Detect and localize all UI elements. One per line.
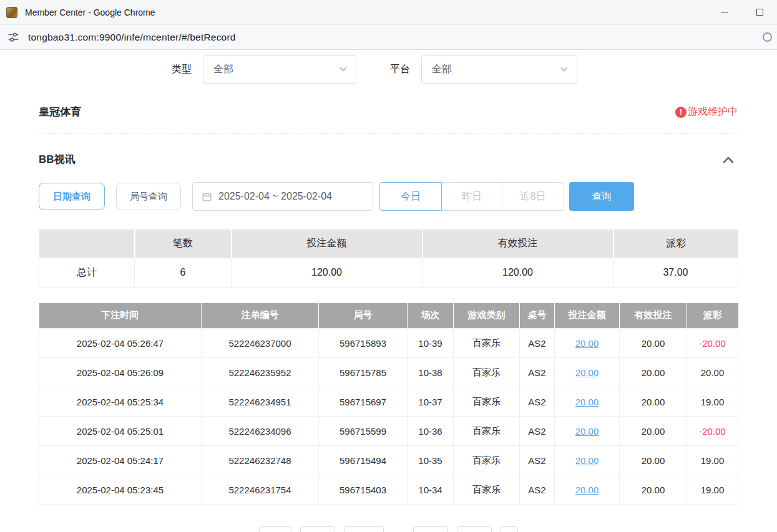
cell-valid-bet: 20.00 [620, 446, 687, 475]
pagination-button[interactable] [300, 526, 335, 532]
summary-table: 笔数 投注金额 有效投注 派彩 总计 6 120.00 120.00 37.00 [39, 230, 738, 288]
column-header: 有效投注 [620, 303, 687, 329]
cell-valid-bet: 20.00 [620, 358, 687, 387]
bet-amount-link[interactable]: 20.00 [575, 367, 599, 378]
summary-total-bet-amount: 120.00 [232, 258, 423, 288]
column-header: 下注时间 [39, 303, 202, 329]
cell-bet-amount: 20.00 [555, 446, 620, 475]
cell-bet-amount: 20.00 [555, 358, 620, 387]
cell-bet-time: 2025-02-04 05:26:09 [39, 358, 202, 387]
cell-game-type: 百家乐 [454, 475, 520, 505]
summary-total-valid-bet: 120.00 [423, 258, 613, 288]
collapse-section-button[interactable] [719, 153, 738, 166]
search-button[interactable]: 查询 [569, 182, 634, 211]
bet-amount-link[interactable]: 20.00 [575, 338, 599, 349]
date-range-value: 2025-02-04 ~ 2025-02-04 [218, 191, 332, 202]
window-controls [707, 0, 777, 24]
today-button[interactable]: 今日 [379, 182, 442, 211]
cell-round-id: 596715697 [319, 387, 408, 417]
platform-select-value: 全部 [432, 63, 452, 76]
record-table-body: 2025-02-04 05:26:47522246237000596715893… [39, 329, 738, 505]
cell-table-id: AS2 [520, 329, 555, 358]
yesterday-button[interactable]: 昨日 [441, 182, 502, 211]
pagination [39, 526, 738, 532]
cell-order-id: 522246234951 [202, 387, 319, 417]
last-8-days-button[interactable]: 近8日 [502, 182, 564, 211]
cell-order-id: 522246235952 [202, 358, 319, 387]
type-select-value: 全部 [213, 63, 233, 76]
address-bar[interactable]: tongbao31.com:9900/infe/mcenter/#/betRec… [0, 25, 777, 50]
type-select[interactable]: 全部 [203, 55, 356, 84]
record-table-header-row: 下注时间注单编号局号场次游戏类别桌号投注金额有效投注派彩 [39, 303, 738, 329]
platform-select[interactable]: 全部 [421, 55, 577, 84]
summary-total-payout: 37.00 [613, 258, 738, 288]
cell-bet-time: 2025-02-04 05:24:17 [39, 446, 202, 475]
pagination-button[interactable] [413, 526, 448, 532]
column-header: 投注金额 [555, 303, 620, 329]
minimize-button[interactable] [707, 0, 742, 24]
cell-bet-time: 2025-02-04 05:25:34 [39, 387, 202, 417]
window-titlebar: Member Center - Google Chrome [0, 0, 777, 25]
table-row: 2025-02-04 05:25:34522246234951596715697… [39, 387, 738, 417]
chevron-up-icon [723, 156, 734, 163]
cell-valid-bet: 20.00 [620, 329, 687, 358]
cell-round-id: 596715785 [319, 358, 408, 387]
cell-round-id: 596715403 [319, 475, 408, 505]
quick-date-group: 今日 昨日 近8日 [379, 182, 564, 211]
cell-order-id: 522246232748 [202, 446, 319, 475]
platform-filter-label: 平台 [390, 63, 410, 76]
summary-header-payout: 派彩 [613, 230, 738, 258]
cell-table-id: AS2 [520, 446, 555, 475]
table-row: 2025-02-04 05:25:01522246234096596715599… [39, 417, 738, 446]
column-header: 场次 [408, 303, 454, 329]
chevron-down-icon [560, 64, 567, 71]
bet-amount-link[interactable]: 20.00 [575, 485, 599, 495]
pagination-button[interactable] [344, 526, 384, 532]
table-row: 2025-02-04 05:26:47522246237000596715893… [39, 329, 738, 358]
cell-order-id: 522246234096 [202, 417, 319, 446]
summary-total-count: 6 [135, 258, 232, 288]
table-row: 2025-02-04 05:23:45522246231754596715403… [39, 475, 738, 505]
minimize-icon [721, 12, 728, 13]
site-settings-icon[interactable] [7, 31, 19, 43]
summary-header-count: 笔数 [135, 230, 232, 258]
pagination-button[interactable] [457, 526, 492, 532]
bet-records-table: 下注时间注单编号局号场次游戏类别桌号投注金额有效投注派彩 2025-02-04 … [39, 303, 738, 505]
exclamation-circle-icon: ! [675, 107, 687, 118]
summary-header-blank [39, 230, 135, 258]
cell-session: 10-36 [408, 417, 454, 446]
cell-bet-amount: 20.00 [555, 417, 620, 446]
type-filter-label: 类型 [172, 63, 192, 76]
cell-payout: -20.00 [687, 417, 738, 446]
toolbar-right-icon[interactable] [763, 32, 772, 42]
cell-valid-bet: 20.00 [620, 387, 687, 417]
pagination-button[interactable] [259, 526, 291, 532]
summary-total-label: 总计 [39, 258, 135, 288]
table-row: 2025-02-04 05:26:09522246235952596715785… [39, 358, 738, 387]
cell-game-type: 百家乐 [454, 387, 520, 417]
column-header: 注单编号 [202, 303, 319, 329]
cell-payout: -20.00 [687, 329, 738, 358]
cell-table-id: AS2 [520, 387, 555, 417]
pagination-button[interactable] [501, 526, 518, 532]
cell-order-id: 522246237000 [202, 329, 319, 358]
bet-record-page: 类型 全部 平台 全部 皇冠体育 ! 游戏维护中 BB视讯 日期查询 局号查询 [0, 50, 777, 532]
bet-amount-link[interactable]: 20.00 [575, 455, 599, 466]
url-text[interactable]: tongbao31.com:9900/infe/mcenter/#/betRec… [28, 32, 236, 43]
cell-valid-bet: 20.00 [620, 417, 687, 446]
column-header: 游戏类别 [454, 303, 520, 329]
cell-bet-time: 2025-02-04 05:26:47 [39, 329, 202, 358]
bet-amount-link[interactable]: 20.00 [575, 426, 599, 437]
cell-bet-amount: 20.00 [555, 475, 620, 505]
cell-session: 10-39 [408, 329, 454, 358]
round-query-tab[interactable]: 局号查询 [116, 183, 181, 210]
bet-amount-link[interactable]: 20.00 [575, 397, 599, 407]
summary-header-bet-amount: 投注金额 [232, 230, 423, 258]
cell-game-type: 百家乐 [454, 358, 520, 387]
bb-live-section-header: BB视讯 [39, 152, 738, 167]
window-title: Member Center - Google Chrome [25, 7, 155, 17]
maximize-button[interactable] [742, 0, 777, 24]
cell-game-type: 百家乐 [454, 417, 520, 446]
date-range-input[interactable]: 2025-02-04 ~ 2025-02-04 [192, 182, 373, 211]
date-query-tab[interactable]: 日期查询 [39, 183, 105, 210]
